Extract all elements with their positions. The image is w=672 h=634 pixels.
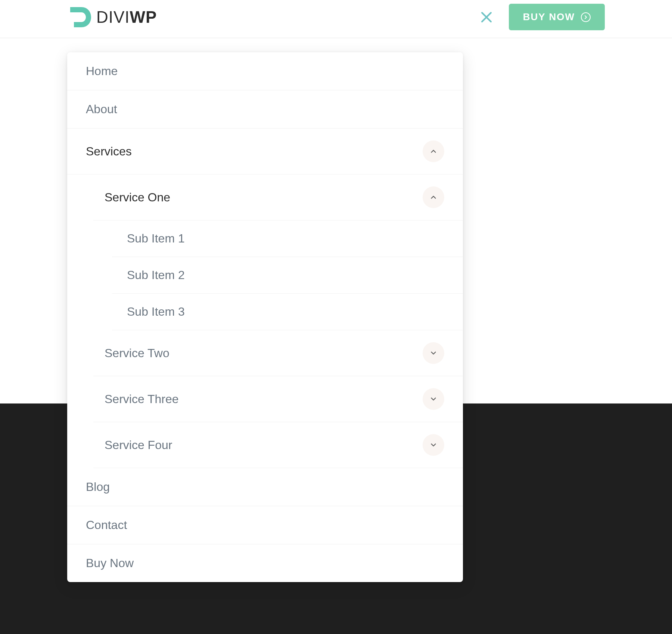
menu-item-buy-now[interactable]: Buy Now [67, 544, 463, 582]
submenu-item-service-one[interactable]: Service One [67, 174, 463, 220]
sub-item-2[interactable]: Sub Item 2 [67, 257, 463, 293]
logo-icon [67, 4, 93, 30]
menu-item-label: Services [86, 145, 132, 158]
logo[interactable]: DIVIWP [67, 4, 157, 30]
collapse-toggle[interactable] [423, 186, 444, 208]
expand-toggle[interactable] [423, 388, 444, 410]
submenu-item-label: Service Three [105, 392, 179, 406]
chevron-down-icon [429, 395, 438, 403]
submenu-item-service-two[interactable]: Service Two [67, 330, 463, 376]
chevron-up-icon [429, 193, 438, 201]
chevron-up-icon [429, 147, 438, 155]
submenu-item-label: Service Four [105, 438, 172, 452]
menu-item-home[interactable]: Home [67, 52, 463, 90]
menu-item-blog[interactable]: Blog [67, 468, 463, 506]
chevron-down-icon [429, 349, 438, 357]
services-submenu: Service One Sub Item 1 Sub Item 2 [67, 174, 463, 468]
buy-now-label: BUY NOW [523, 11, 575, 23]
service-one-submenu: Sub Item 1 Sub Item 2 Sub Item 3 [67, 220, 463, 330]
submenu-item-service-three[interactable]: Service Three [67, 376, 463, 422]
mobile-menu-dropdown: Home About Services Service One [67, 52, 463, 582]
buy-now-button[interactable]: BUY NOW [509, 4, 605, 30]
submenu-item-label: Service Two [105, 346, 169, 360]
close-icon [480, 10, 493, 24]
menu-item-contact[interactable]: Contact [67, 506, 463, 544]
sub-item-label: Sub Item 2 [127, 268, 185, 282]
sub-item-3[interactable]: Sub Item 3 [67, 294, 463, 330]
header-right: BUY NOW [479, 4, 605, 30]
expand-toggle[interactable] [423, 434, 444, 456]
sub-item-1[interactable]: Sub Item 1 [67, 220, 463, 257]
logo-text: DIVIWP [96, 8, 157, 27]
sub-item-label: Sub Item 3 [127, 305, 185, 319]
chevron-down-icon [429, 441, 438, 449]
menu-item-label: Home [86, 64, 118, 78]
menu-item-label: About [86, 102, 117, 116]
menu-item-label: Buy Now [86, 556, 134, 570]
collapse-toggle[interactable] [423, 140, 444, 162]
menu-item-label: Contact [86, 518, 127, 532]
menu-item-about[interactable]: About [67, 90, 463, 129]
submenu-item-label: Service One [105, 191, 170, 204]
expand-toggle[interactable] [423, 342, 444, 364]
sub-item-label: Sub Item 1 [127, 232, 185, 245]
menu-item-services[interactable]: Services [67, 129, 463, 174]
arrow-right-circle-icon [581, 12, 591, 22]
menu-item-label: Blog [86, 480, 110, 494]
header: DIVIWP BUY NOW [0, 0, 672, 38]
submenu-item-service-four[interactable]: Service Four [67, 422, 463, 468]
close-menu-button[interactable] [479, 10, 494, 25]
